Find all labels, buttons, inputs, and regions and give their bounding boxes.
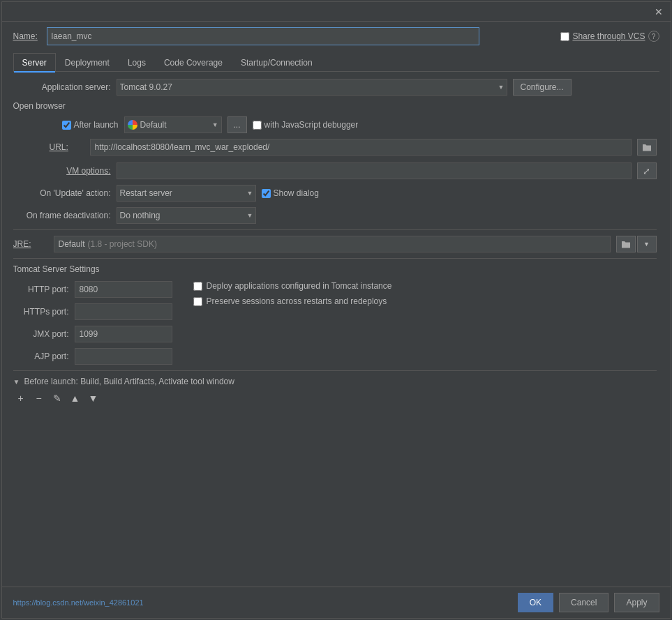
preserve-sessions-label: Preserve sessions across restarts and re… [207,296,387,306]
vm-options-input[interactable] [117,162,632,179]
browser-select[interactable]: Default ▼ [124,116,222,133]
down-button[interactable]: ▼ [86,391,101,406]
share-section: Share through VCS ? [560,31,659,42]
tab-deployment[interactable]: Deployment [56,53,119,72]
browser-arrow: ▼ [212,121,218,128]
name-row: Name: Share through VCS ? [13,27,659,45]
browser-ellipsis-button[interactable]: ... [227,116,247,133]
tab-code-coverage[interactable]: Code Coverage [155,53,232,72]
deploy-apps-option: Deploy applications configured in Tomcat… [193,281,392,291]
help-icon[interactable]: ? [648,31,659,42]
remove-button[interactable]: − [31,391,47,406]
https-port-input[interactable] [75,303,172,320]
http-port-input[interactable] [75,281,172,298]
app-server-select-wrapper: Tomcat 9.0.27 [117,79,507,96]
name-input[interactable] [47,27,479,45]
app-server-label: Application server: [13,82,111,92]
ajp-port-row: AJP port: [13,348,172,365]
show-dialog-checkbox[interactable] [262,189,271,198]
url-folder-button[interactable] [637,139,657,156]
tab-logs[interactable]: Logs [119,53,155,72]
ajp-port-label: AJP port: [13,351,69,361]
on-update-label: On 'Update' action: [13,188,111,198]
tomcat-options-column: Deploy applications configured in Tomcat… [193,281,392,365]
on-update-select[interactable]: Restart server Update classes and resour… [117,185,256,202]
name-label: Name: [13,31,41,41]
url-input[interactable] [90,139,632,156]
vm-options-label: VM options: [13,166,111,176]
show-dialog-label: Show dialog [274,188,319,198]
tomcat-settings-title: Tomcat Server Settings [13,264,657,274]
jre-dropdown-button[interactable]: ▼ [637,236,657,252]
http-port-row: HTTP port: [13,281,172,298]
tabs-bar: Server Deployment Logs Code Coverage Sta… [13,52,659,72]
before-launch-toolbar: + − ✎ ▲ ▼ [13,391,657,406]
js-debugger-label: with JavaScript debugger [264,120,359,130]
divider-2 [13,258,657,259]
app-server-select[interactable]: Tomcat 9.0.27 [117,79,507,96]
jmx-port-row: JMX port: [13,326,172,342]
open-browser-title: Open browser [13,101,657,111]
edit-button[interactable]: ✎ [50,391,65,406]
http-port-label: HTTP port: [13,285,69,294]
jre-input: Default (1.8 - project SDK) [54,236,611,252]
status-url: https://blog.csdn.net/weixin_42861021 [13,598,144,607]
jmx-port-label: JMX port: [13,329,69,339]
jmx-port-input[interactable] [75,326,172,342]
configure-button[interactable]: Configure... [513,79,572,96]
open-browser-section: Open browser After launch Default ▼ ... [13,101,657,156]
on-update-row: On 'Update' action: Restart server Updat… [13,185,657,202]
url-label: URL: [50,142,84,152]
jre-folder-button[interactable] [616,236,636,252]
ajp-port-input[interactable] [75,348,172,365]
divider-3 [13,370,657,371]
share-checkbox[interactable] [560,32,569,41]
port-and-options: HTTP port: HTTPs port: JMX port: AJP por… [13,281,657,365]
jre-label: JRE: [13,239,48,249]
after-launch-checkbox-wrapper: After launch [62,120,119,130]
js-debugger-wrapper: with JavaScript debugger [253,120,359,130]
browser-row: After launch Default ▼ ... with JavaScri… [62,116,657,133]
run-debug-dialog: ✕ Name: Share through VCS ? Server Deplo… [1,1,671,619]
up-button[interactable]: ▲ [68,391,83,406]
on-frame-deactivation-label: On frame deactivation: [13,211,111,220]
share-label: Share through VCS [572,31,645,41]
preserve-sessions-option: Preserve sessions across restarts and re… [193,296,392,306]
show-dialog-row: Show dialog [262,188,319,198]
vm-options-row: VM options: ⤢ [13,162,657,179]
close-button[interactable]: ✕ [652,6,665,18]
add-button[interactable]: + [13,391,29,406]
on-frame-deactivation-select[interactable]: Do nothing Update classes and resources … [117,207,256,224]
tab-startup-connection[interactable]: Startup/Connection [232,53,322,72]
tab-server[interactable]: Server [13,53,56,72]
cancel-button[interactable]: Cancel [559,593,608,612]
js-debugger-checkbox[interactable] [253,121,262,130]
jre-default-text: Default [59,239,85,249]
jre-buttons: ▼ [616,236,657,252]
before-launch-header: ▼ Before launch: Build, Build Artifacts,… [13,377,657,386]
browser-value: Default [140,120,167,130]
deploy-apps-checkbox[interactable] [193,282,202,291]
jre-sub-text: (1.8 - project SDK) [88,239,157,249]
https-port-label: HTTPs port: [13,307,69,317]
deploy-apps-label: Deploy applications configured in Tomcat… [207,281,392,291]
on-frame-deactivation-select-wrapper: Do nothing Update classes and resources … [117,207,256,224]
after-launch-checkbox[interactable] [62,121,71,130]
jre-row: JRE: Default (1.8 - project SDK) ▼ [13,236,657,252]
before-launch-label: Before launch: Build, Build Artifacts, A… [24,377,234,386]
ok-button[interactable]: OK [518,593,553,612]
dialog-content: Name: Share through VCS ? Server Deploym… [2,22,671,587]
ports-column: HTTP port: HTTPs port: JMX port: AJP por… [13,281,172,365]
before-launch-toggle[interactable]: ▼ [13,378,20,386]
preserve-sessions-checkbox[interactable] [193,297,202,306]
after-launch-label: After launch [74,120,119,130]
apply-button[interactable]: Apply [614,593,659,612]
vm-expand-button[interactable]: ⤢ [637,162,657,179]
bottom-bar: https://blog.csdn.net/weixin_42861021 OK… [2,587,671,618]
server-tab-content: Application server: Tomcat 9.0.27 Config… [13,79,659,581]
on-update-select-wrapper: Restart server Update classes and resour… [117,185,256,202]
url-row: URL: [50,139,657,156]
https-port-row: HTTPs port: [13,303,172,320]
before-launch-section: ▼ Before launch: Build, Build Artifacts,… [13,377,657,406]
divider-1 [13,229,657,230]
